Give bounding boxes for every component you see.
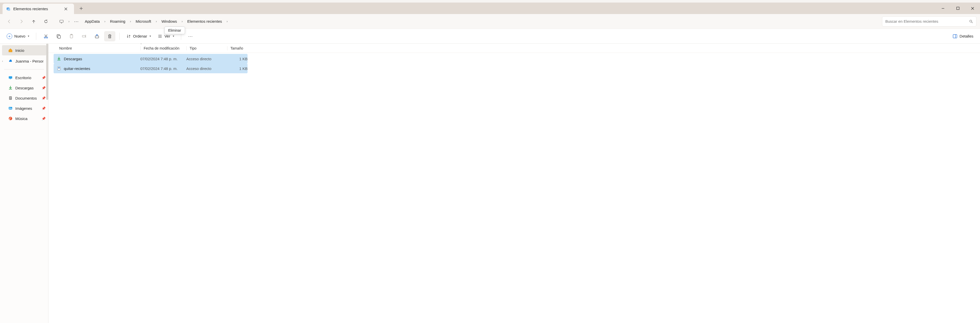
sort-label: Ordenar [133,34,147,38]
new-label: Nuevo [14,34,25,38]
more-button[interactable]: ⋯ [185,31,197,41]
plus-circle-icon: + [6,33,12,39]
chevron-right-icon[interactable]: › [67,19,71,23]
breadcrumb-bar[interactable]: › ⋯ AppData › Roaming › Microsoft › Wind… [55,16,879,27]
cut-button[interactable] [40,31,52,41]
sidebar-item-documents[interactable]: Documentos 📌 [0,93,48,103]
tab-bar: Elementos recientes [0,3,980,14]
command-bar: + Nuevo ▾ Ordenar ▾ Ver ▾ ⋯ Detalles [0,29,980,44]
delete-button[interactable] [104,31,115,41]
document-icon [8,96,13,100]
copy-button[interactable] [53,31,64,41]
breadcrumb-segment[interactable]: Roaming [107,18,128,24]
chevron-down-icon: ▾ [150,35,151,38]
tab-title: Elementos recientes [13,6,60,11]
cloud-icon [8,59,13,63]
file-size: 1 KB [227,66,248,71]
breadcrumb-segment[interactable]: Elementos recientes [185,18,224,24]
sidebar-item-label: Descargas [15,86,34,90]
details-pane-button[interactable]: Detalles [950,31,976,41]
column-header-name[interactable]: Nombre [56,46,140,50]
sidebar-item-label: Escritorio [15,76,32,80]
body: Inicio › Juanma - Personal Escritorio 📌 … [0,44,980,323]
separator [4,69,44,70]
file-name: Descargas [64,57,140,61]
close-tab-button[interactable] [62,5,69,13]
sidebar-item-desktop[interactable]: Escritorio 📌 [0,73,48,83]
desktop-icon [8,75,13,80]
file-list-pane: ˄ Nombre Fecha de modificación Tipo Tama… [48,44,980,323]
file-type: Acceso directo [186,66,227,71]
nav-bar: › ⋯ AppData › Roaming › Microsoft › Wind… [0,14,980,29]
download-icon [56,56,62,62]
maximize-button[interactable] [950,3,965,14]
close-window-button[interactable] [965,3,980,14]
search-box[interactable] [882,16,977,27]
svg-rect-14 [9,76,12,79]
svg-rect-11 [83,35,86,37]
file-date: 07/02/2024 7:48 p. m. [140,57,186,61]
chevron-right-icon[interactable]: › [225,19,229,23]
new-tab-button[interactable] [76,3,87,14]
sort-button[interactable]: Ordenar ▾ [124,31,154,41]
rename-button[interactable] [79,31,90,41]
pin-icon[interactable]: 📌 [41,96,46,100]
pin-icon[interactable]: 📌 [41,86,46,90]
search-input[interactable] [885,19,969,24]
details-label: Detalles [959,34,974,38]
pin-icon[interactable]: 📌 [41,117,46,121]
sidebar-item-pictures[interactable]: Imágenes 📌 [0,103,48,113]
sidebar-item-onedrive[interactable]: › Juanma - Personal [0,56,48,66]
column-header-date[interactable]: Fecha de modificación [140,46,186,50]
image-icon [8,106,13,111]
file-icon [56,65,62,71]
sidebar-item-label: Inicio [15,48,24,53]
svg-rect-1 [7,8,10,11]
cropped-strip [0,0,980,3]
breadcrumb-segment[interactable]: Windows [159,18,180,24]
separator [119,33,120,40]
sidebar-item-downloads[interactable]: Descargas 📌 [0,83,48,93]
search-icon[interactable] [969,19,973,24]
column-header-size[interactable]: Tamaño [227,46,253,50]
chevron-right-icon[interactable]: › [154,19,158,23]
breadcrumb-segment[interactable]: AppData [82,18,102,24]
tooltip-delete: Eliminar [164,27,185,34]
svg-rect-13 [953,35,957,38]
tab-active[interactable]: Elementos recientes [3,3,74,14]
sidebar-item-label: Documentos [15,96,37,100]
up-button[interactable] [28,17,39,26]
file-name: quitar-recientes [64,66,140,71]
sidebar-item-label: Música [15,116,27,121]
back-button[interactable] [3,17,15,26]
file-row[interactable]: quitar-recientes 07/02/2024 7:48 p. m. A… [54,64,248,73]
chevron-right-icon[interactable]: › [103,19,107,23]
paste-button[interactable] [66,31,77,41]
file-row[interactable]: Descargas 07/02/2024 7:48 p. m. Acceso d… [54,54,248,64]
share-button[interactable] [91,31,103,41]
sidebar-item-music[interactable]: Música 📌 [0,113,48,124]
svg-rect-8 [58,35,60,38]
pin-icon[interactable]: 📌 [41,76,46,80]
breadcrumb-segment[interactable]: Microsoft [133,18,154,24]
sidebar-scrollbar[interactable] [46,44,48,100]
pin-icon[interactable]: 📌 [41,107,46,110]
chevron-right-icon[interactable]: › [2,59,3,62]
sidebar-item-home[interactable]: Inicio [2,45,46,56]
new-button[interactable]: + Nuevo ▾ [4,31,32,41]
column-header-type[interactable]: Tipo [186,46,227,50]
svg-point-19 [9,117,12,120]
chevron-right-icon[interactable]: › [180,19,184,23]
svg-rect-15 [10,79,11,80]
breadcrumb-overflow[interactable]: ⋯ [72,19,82,24]
svg-point-4 [970,20,972,22]
chevron-right-icon[interactable]: › [128,19,132,23]
forward-button[interactable] [16,17,27,26]
file-size: 1 KB [227,57,248,61]
svg-rect-3 [60,20,63,22]
file-type: Acceso directo [186,57,227,61]
file-rows: Descargas 07/02/2024 7:48 p. m. Acceso d… [48,53,980,73]
pc-icon[interactable] [57,18,66,25]
minimize-button[interactable] [935,3,950,14]
refresh-button[interactable] [40,17,52,26]
